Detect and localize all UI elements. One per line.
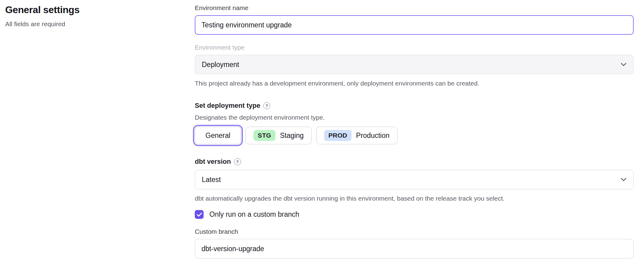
dbt-version-section: dbt version ?	[195, 158, 634, 166]
help-glyph: ?	[236, 159, 239, 164]
settings-form: Environment name Environment type Deploy…	[195, 0, 644, 263]
dbt-version-value: Latest	[202, 176, 221, 184]
staging-badge: STG	[254, 130, 275, 141]
custom-branch-toggle-label: Only run on a custom branch	[209, 210, 299, 219]
page-title: General settings	[5, 4, 195, 16]
help-icon[interactable]: ?	[234, 158, 241, 165]
deployment-type-production[interactable]: PROD Production	[316, 127, 397, 144]
deployment-type-general-label: General	[205, 132, 230, 140]
environment-type-helper: This project already has a development e…	[195, 80, 634, 87]
deployment-type-staging[interactable]: STG Staging	[246, 127, 312, 144]
environment-settings-page: General settings All fields are required…	[0, 0, 644, 263]
custom-branch-label: Custom branch	[195, 228, 634, 235]
chevron-down-icon	[621, 63, 627, 66]
dbt-version-select[interactable]: Latest	[195, 170, 634, 189]
custom-branch-input[interactable]	[195, 239, 634, 258]
deployment-type-description: Designates the deployment environment ty…	[195, 114, 634, 121]
environment-type-label: Environment type	[195, 44, 634, 51]
deployment-type-production-label: Production	[356, 132, 390, 140]
deployment-type-general[interactable]: General	[195, 127, 241, 144]
custom-branch-checkbox[interactable]	[195, 210, 204, 219]
help-icon[interactable]: ?	[263, 102, 270, 109]
page-subtitle: All fields are required	[5, 20, 195, 28]
deployment-type-label: Set deployment type	[195, 102, 260, 110]
deployment-type-options: General STG Staging PROD Production	[195, 125, 634, 146]
dbt-version-helper: dbt automatically upgrades the dbt versi…	[195, 195, 634, 202]
environment-name-input[interactable]	[195, 15, 634, 35]
production-badge: PROD	[324, 130, 352, 141]
deployment-type-section: Set deployment type ?	[195, 102, 634, 110]
chevron-down-icon	[621, 178, 627, 181]
help-glyph: ?	[265, 103, 268, 108]
environment-name-label: Environment name	[195, 4, 634, 12]
check-icon	[197, 212, 202, 217]
environment-type-select[interactable]: Deployment	[195, 55, 634, 74]
deployment-type-staging-label: Staging	[280, 132, 304, 140]
environment-type-value: Deployment	[202, 61, 239, 69]
custom-branch-toggle-row: Only run on a custom branch	[195, 210, 634, 219]
dbt-version-label: dbt version	[195, 158, 231, 166]
settings-intro-panel: General settings All fields are required	[0, 0, 195, 263]
